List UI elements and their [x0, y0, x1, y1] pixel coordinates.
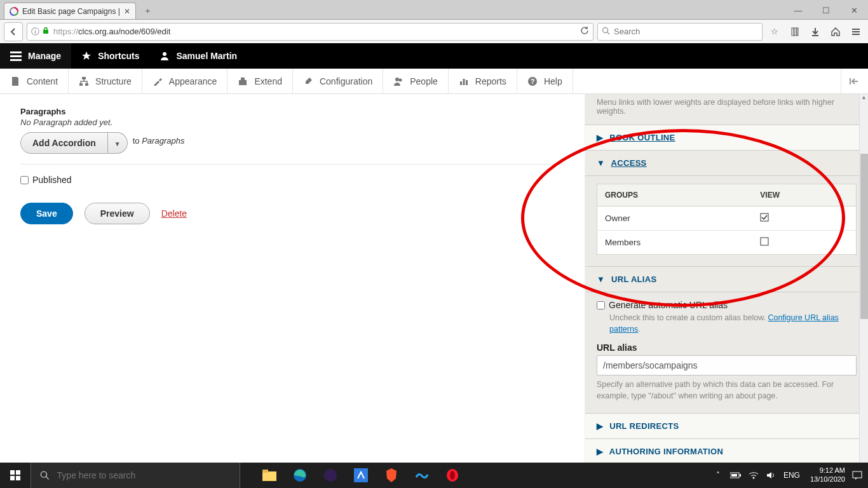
authoring-label: AUTHORING INFORMATION: [609, 447, 723, 456]
library-icon[interactable]: [787, 24, 803, 40]
owner-label: Owner: [597, 207, 753, 231]
system-tray: ˄ ENG 9:12 AM 13/10/2020: [712, 463, 868, 464]
toolbar-manage[interactable]: Manage: [0, 43, 71, 69]
minimize-button[interactable]: —: [784, 1, 812, 19]
admin-appearance[interactable]: Appearance: [142, 69, 228, 93]
toolbar-user[interactable]: Samuel Martin: [149, 43, 247, 69]
access-head[interactable]: ▼ ACCESS: [585, 151, 868, 176]
hamburger-icon: [10, 51, 22, 61]
svg-rect-19: [460, 81, 462, 85]
brave-icon[interactable]: [376, 463, 407, 464]
waterfox-icon[interactable]: [407, 463, 437, 464]
url-alias-label-head: URL ALIAS: [611, 274, 656, 284]
admin-appearance-label: Appearance: [169, 76, 217, 86]
svg-rect-26: [761, 238, 768, 245]
toolbar-user-label: Samuel Martin: [176, 51, 237, 61]
maximize-button[interactable]: ☐: [812, 1, 840, 19]
taskbar: ˄ ENG 9:12 AM 13/10/2020: [0, 463, 868, 464]
chevron-right-icon: ▶: [597, 447, 603, 456]
close-icon[interactable]: ✕: [120, 7, 130, 16]
action-row: Save Preview Delete: [20, 203, 564, 224]
shield-icon: ⓘ: [31, 26, 39, 37]
svg-line-3: [607, 32, 610, 34]
generate-auto-alias-checkbox[interactable]: [597, 301, 605, 309]
admin-menu: Content Structure Appearance Extend Conf…: [0, 69, 868, 94]
opera-icon[interactable]: [437, 463, 468, 464]
admin-configuration[interactable]: Configuration: [293, 69, 383, 93]
admin-configuration-label: Configuration: [320, 76, 372, 86]
star-icon: [81, 51, 92, 61]
content-main: Paragraphs No Paragraph added yet. Add A…: [0, 94, 585, 464]
tab-title: Edit Basic page Campaigns |: [22, 7, 120, 16]
lock-icon: [42, 27, 50, 36]
browser-chrome: Edit Basic page Campaigns | ✕ ＋ — ☐ ✕ ⓘ …: [0, 0, 868, 43]
reports-icon: [459, 76, 469, 86]
menu-icon[interactable]: [848, 24, 864, 40]
published-row[interactable]: Published: [20, 175, 564, 185]
delete-link[interactable]: Delete: [161, 208, 187, 219]
authoring-head[interactable]: ▶ AUTHORING INFORMATION: [585, 439, 868, 464]
url-alias-input[interactable]: [597, 355, 857, 376]
configuration-icon: [303, 76, 313, 86]
browser-tab[interactable]: Edit Basic page Campaigns | ✕: [4, 3, 136, 19]
chevron-right-icon: ▶: [597, 133, 603, 142]
admin-structure[interactable]: Structure: [69, 69, 142, 93]
address-bar: ⓘ https://clcs.org.au/node/609/edit ☆: [0, 19, 868, 43]
admin-content[interactable]: Content: [0, 69, 69, 93]
published-label: Published: [32, 175, 72, 185]
published-checkbox[interactable]: [20, 176, 29, 184]
close-button[interactable]: ✕: [840, 1, 868, 19]
admin-people-label: People: [410, 76, 438, 86]
reload-icon[interactable]: [580, 26, 589, 37]
svg-text:?: ?: [531, 78, 535, 85]
back-button[interactable]: [4, 22, 23, 41]
svg-rect-5: [794, 28, 796, 36]
svg-point-11: [163, 52, 166, 56]
start-button[interactable]: [0, 463, 31, 464]
to-paragraphs-label: to Paragraphs: [133, 136, 185, 146]
app-icon[interactable]: [346, 463, 376, 464]
admin-people[interactable]: People: [383, 69, 449, 93]
url-alias-body: Generate automatic URL alias Uncheck thi…: [585, 292, 868, 414]
structure-icon: [79, 76, 89, 86]
add-accordion-button[interactable]: Add Accordion: [20, 132, 108, 154]
book-outline-head[interactable]: ▶ BOOK OUTLINE: [585, 125, 868, 151]
home-icon[interactable]: [827, 24, 844, 40]
admin-help[interactable]: ? Help: [517, 69, 573, 93]
chevron-right-icon: ▶: [597, 421, 603, 431]
new-tab-button[interactable]: ＋: [140, 3, 156, 19]
table-row: Owner: [597, 207, 857, 231]
url-redirects-head[interactable]: ▶ URL REDIRECTS: [585, 414, 868, 439]
toolbar-shortcuts[interactable]: Shortcuts: [71, 43, 149, 69]
svg-rect-16: [241, 78, 245, 80]
help-icon: ?: [527, 76, 538, 86]
bookmark-icon[interactable]: ☆: [766, 24, 783, 40]
url-alias-field-label: URL alias: [597, 342, 857, 353]
members-label: Members: [597, 231, 753, 255]
edge-icon[interactable]: [285, 463, 315, 464]
taskbar-search[interactable]: [31, 463, 240, 464]
admin-collapse[interactable]: [841, 69, 868, 93]
admin-reports[interactable]: Reports: [449, 69, 517, 93]
firefox-icon[interactable]: [315, 463, 346, 464]
admin-extend[interactable]: Extend: [227, 69, 293, 93]
url-field[interactable]: ⓘ https://clcs.org.au/node/609/edit: [27, 23, 593, 41]
book-outline-label: BOOK OUTLINE: [609, 133, 675, 142]
downloads-icon[interactable]: [807, 24, 824, 40]
svg-rect-20: [463, 79, 465, 85]
taskbar-apps: [254, 463, 468, 464]
preview-button[interactable]: Preview: [85, 203, 150, 224]
owner-view-cell[interactable]: [752, 207, 856, 231]
explorer-icon[interactable]: [254, 463, 285, 464]
scrollbar[interactable]: ▲: [859, 94, 868, 464]
browser-search-field[interactable]: [597, 23, 763, 41]
url-alias-head[interactable]: ▼ URL ALIAS: [585, 267, 868, 292]
browser-search-input[interactable]: [614, 27, 758, 36]
admin-content-label: Content: [27, 76, 58, 86]
extend-icon: [238, 76, 248, 86]
window-controls: — ☐ ✕: [784, 1, 868, 19]
add-accordion-dropdown[interactable]: ▼: [108, 132, 128, 154]
members-view-cell[interactable]: [752, 231, 856, 255]
admin-structure-label: Structure: [95, 76, 132, 86]
save-button[interactable]: Save: [20, 203, 73, 224]
